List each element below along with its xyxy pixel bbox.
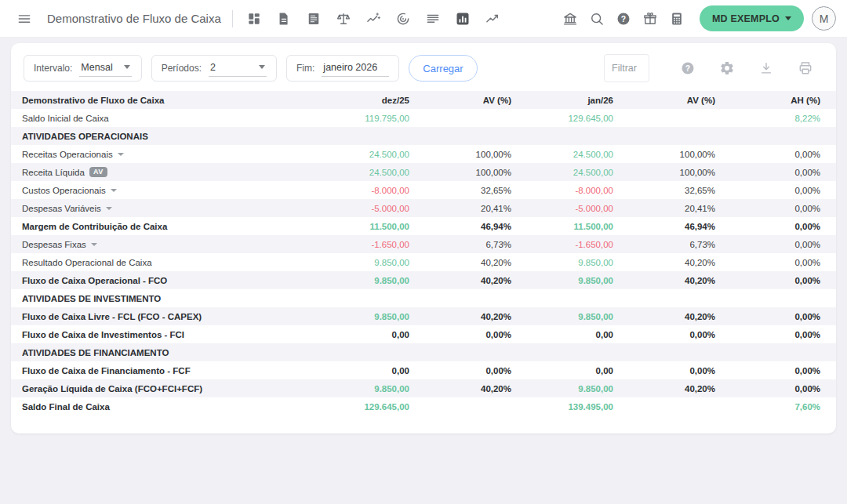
balance-scale-icon <box>336 11 351 27</box>
carregar-button[interactable]: Carregar <box>409 55 477 82</box>
print-icon <box>798 60 813 76</box>
value-cell: 9.850,00 <box>511 312 613 321</box>
row-label: Despesas Variáveis <box>11 204 307 213</box>
bank-button[interactable] <box>557 5 583 32</box>
table-row: Fluxo de Caixa de Financiamento - FCF0,0… <box>11 361 836 379</box>
value-cell: 100,00% <box>613 168 715 177</box>
value-cell: 46,94% <box>409 222 511 231</box>
chevron-down-icon <box>259 65 265 69</box>
table-row: Despesas Variáveis-5.000,0020,41%-5.000,… <box>11 199 836 217</box>
bank-icon <box>562 11 578 27</box>
value-cell: 139.495,00 <box>511 402 613 412</box>
value-cell: 8,22% <box>715 114 836 123</box>
fim-value: janeiro 2026 <box>323 62 377 73</box>
row-label-text: Resultado Operacional de Caixa <box>22 258 152 267</box>
table-row: Geração Líquida de Caixa (FCO+FCI+FCF)9.… <box>11 379 836 397</box>
row-label: Fluxo de Caixa Operacional - FCO <box>11 276 307 285</box>
topbar: Demonstrativo de Fluxo de Caixa <box>0 0 847 38</box>
table-settings-button[interactable] <box>714 55 740 82</box>
row-label-text: Custos Operacionais <box>22 186 106 195</box>
chevron-down-icon[interactable] <box>91 243 97 246</box>
report-lines-icon <box>425 11 441 27</box>
row-label-text: Margem de Contribuição de Caixa <box>22 222 167 231</box>
value-cell: 40,20% <box>613 276 715 285</box>
row-label-text: Despesas Fixas <box>22 240 86 249</box>
value-cell: -8.000,00 <box>307 186 409 195</box>
row-label-text: Receitas Operacionais <box>22 150 113 159</box>
value-cell: 0,00% <box>715 258 836 267</box>
value-cell: 0,00% <box>715 276 836 285</box>
nav-dashboard-button[interactable] <box>241 5 267 32</box>
nav-icon-group <box>241 5 506 32</box>
calculator-button[interactable] <box>663 5 690 32</box>
row-label-text: Despesas Variáveis <box>22 204 101 213</box>
avatar[interactable]: M <box>812 6 836 31</box>
row-label: Fluxo de Caixa Livre - FCL (FCO - CAPEX) <box>11 312 307 321</box>
table-row: Fluxo de Caixa Livre - FCL (FCO - CAPEX)… <box>11 307 836 325</box>
nav-report-lines-button[interactable] <box>420 5 446 32</box>
value-cell: 24.500,00 <box>511 150 613 159</box>
value-cell: 40,20% <box>409 312 511 321</box>
row-label-text: Fluxo de Caixa Operacional - FCO <box>22 276 167 285</box>
gift-button[interactable] <box>637 5 663 32</box>
value-cell: 0,00% <box>715 204 836 213</box>
table-row: Fluxo de Caixa Operacional - FCO9.850,00… <box>11 271 836 289</box>
intervalo-filter: Intervalo: Mensal <box>24 55 142 82</box>
document-icon <box>276 11 292 27</box>
value-cell: 0,00% <box>715 240 836 249</box>
header-col: AV (%) <box>409 96 511 105</box>
value-cell: 0,00 <box>511 330 613 339</box>
table-download-button[interactable] <box>753 55 780 82</box>
periodos-value: 2 <box>210 62 216 73</box>
avatar-letter: M <box>820 13 829 25</box>
value-cell: 100,00% <box>409 150 511 159</box>
search-button[interactable] <box>583 5 610 32</box>
value-cell: -1.650,00 <box>307 240 409 249</box>
table-row: Saldo Final de Caixa129.645,00139.495,00… <box>11 397 836 415</box>
nav-document-button[interactable] <box>271 5 297 32</box>
menu-button[interactable] <box>11 5 38 32</box>
nav-ledger-button[interactable] <box>300 5 327 32</box>
value-cell: 24.500,00 <box>511 168 613 177</box>
fim-label: Fim: <box>296 63 314 74</box>
gauge-icon <box>395 11 411 27</box>
value-cell: 24.500,00 <box>307 150 409 159</box>
row-label: Custos Operacionais <box>11 186 307 195</box>
value-cell: -1.650,00 <box>511 240 613 249</box>
chevron-down-icon[interactable] <box>118 153 124 156</box>
ledger-icon <box>306 11 322 27</box>
value-cell: -5.000,00 <box>511 204 613 213</box>
divider <box>232 10 233 27</box>
row-label-text: Receita Líquida <box>22 168 85 177</box>
table-help-button[interactable]: ? <box>674 55 701 82</box>
nav-sparkline-button[interactable] <box>360 5 387 32</box>
fim-input[interactable]: janeiro 2026 <box>322 60 389 77</box>
intervalo-select[interactable]: Mensal <box>79 60 131 77</box>
row-label-text: Fluxo de Caixa Livre - FCL (FCO - CAPEX) <box>22 312 202 321</box>
value-cell: 0,00% <box>409 330 511 339</box>
chevron-down-icon[interactable] <box>106 207 112 210</box>
report-card: Intervalo: Mensal Períodos: 2 Fim: janei… <box>11 43 836 433</box>
value-cell: 0,00% <box>613 330 715 339</box>
chevron-down-icon[interactable] <box>111 189 117 192</box>
header-col: AV (%) <box>613 96 715 105</box>
value-cell: 40,20% <box>613 312 715 321</box>
nav-balance-button[interactable] <box>330 5 357 32</box>
periodos-select[interactable]: 2 <box>209 60 267 77</box>
value-cell: 11.500,00 <box>307 222 409 231</box>
account-menu-button[interactable]: MD EXEMPLO <box>700 5 804 31</box>
row-label: Resultado Operacional de Caixa <box>11 258 307 267</box>
gift-icon <box>642 11 658 27</box>
row-label: Despesas Fixas <box>11 240 307 249</box>
row-label-text: ATIVIDADES OPERACIONAIS <box>22 132 148 141</box>
nav-trend-up-button[interactable] <box>479 5 506 32</box>
table-print-button[interactable] <box>792 55 819 82</box>
chevron-down-icon <box>124 65 130 69</box>
value-cell: 0,00% <box>715 330 836 339</box>
nav-bar-chart-button[interactable] <box>449 5 476 32</box>
nav-gauge-button[interactable] <box>390 5 416 32</box>
fim-filter: Fim: janeiro 2026 <box>286 55 399 82</box>
help-button[interactable]: ? <box>610 5 637 32</box>
trend-up-icon <box>485 11 500 27</box>
filtrar-input[interactable] <box>604 54 649 82</box>
